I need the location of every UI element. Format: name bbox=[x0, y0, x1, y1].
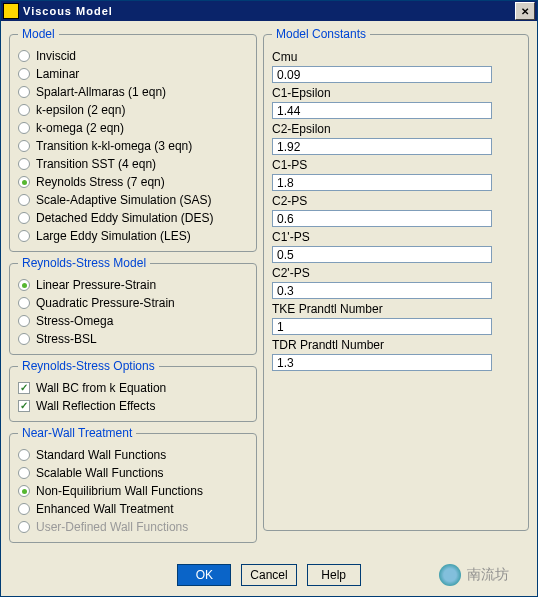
radio-icon bbox=[18, 50, 30, 62]
nwt-option-label: Scalable Wall Functions bbox=[36, 466, 164, 480]
radio-icon bbox=[18, 230, 30, 242]
radio-icon bbox=[18, 467, 30, 479]
model-option-label: Laminar bbox=[36, 67, 79, 81]
nwt-group: Near-Wall Treatment Standard Wall Functi… bbox=[9, 426, 257, 543]
radio-icon bbox=[18, 521, 30, 533]
model-option-4[interactable]: k-omega (2 eqn) bbox=[18, 119, 250, 137]
radio-icon bbox=[18, 333, 30, 345]
model-option-label: Transition k-kl-omega (3 eqn) bbox=[36, 139, 192, 153]
model-option-label: Reynolds Stress (7 eqn) bbox=[36, 175, 165, 189]
model-option-3[interactable]: k-epsilon (2 eqn) bbox=[18, 101, 250, 119]
model-group: Model InviscidLaminarSpalart-Allmaras (1… bbox=[9, 27, 257, 252]
nwt-option-0[interactable]: Standard Wall Functions bbox=[18, 446, 250, 464]
const-label-7: TKE Prandtl Number bbox=[272, 302, 522, 316]
model-option-7[interactable]: Reynolds Stress (7 eqn) bbox=[18, 173, 250, 191]
titlebar: Viscous Model ✕ bbox=[1, 1, 537, 21]
close-button[interactable]: ✕ bbox=[515, 2, 535, 20]
radio-icon bbox=[18, 158, 30, 170]
radio-icon bbox=[18, 297, 30, 309]
const-label-0: Cmu bbox=[272, 50, 522, 64]
rso-option-1[interactable]: Wall Reflection Effects bbox=[18, 397, 250, 415]
constants-group: Model Constants CmuC1-EpsilonC2-EpsilonC… bbox=[263, 27, 529, 531]
model-option-label: Spalart-Allmaras (1 eqn) bbox=[36, 85, 166, 99]
content-area: Model InviscidLaminarSpalart-Allmaras (1… bbox=[1, 21, 537, 545]
ok-button[interactable]: OK bbox=[177, 564, 231, 586]
rsm-option-3[interactable]: Stress-BSL bbox=[18, 330, 250, 348]
const-label-5: C1'-PS bbox=[272, 230, 522, 244]
left-column: Model InviscidLaminarSpalart-Allmaras (1… bbox=[9, 27, 257, 543]
model-option-label: Scale-Adaptive Simulation (SAS) bbox=[36, 193, 211, 207]
radio-icon bbox=[18, 503, 30, 515]
checkbox-icon bbox=[18, 382, 30, 394]
const-input-5[interactable] bbox=[272, 246, 492, 263]
cancel-button[interactable]: Cancel bbox=[241, 564, 296, 586]
rsm-option-2[interactable]: Stress-Omega bbox=[18, 312, 250, 330]
radio-icon bbox=[18, 194, 30, 206]
nwt-option-label: User-Defined Wall Functions bbox=[36, 520, 188, 534]
constants-legend: Model Constants bbox=[272, 27, 370, 41]
model-option-label: Transition SST (4 eqn) bbox=[36, 157, 156, 171]
const-label-2: C2-Epsilon bbox=[272, 122, 522, 136]
model-option-9[interactable]: Detached Eddy Simulation (DES) bbox=[18, 209, 250, 227]
rso-legend: Reynolds-Stress Options bbox=[18, 359, 159, 373]
rso-group: Reynolds-Stress Options Wall BC from k E… bbox=[9, 359, 257, 422]
nwt-option-label: Enhanced Wall Treatment bbox=[36, 502, 174, 516]
help-button[interactable]: Help bbox=[307, 564, 361, 586]
nwt-option-3[interactable]: Enhanced Wall Treatment bbox=[18, 500, 250, 518]
const-label-8: TDR Prandtl Number bbox=[272, 338, 522, 352]
model-option-6[interactable]: Transition SST (4 eqn) bbox=[18, 155, 250, 173]
model-option-10[interactable]: Large Eddy Simulation (LES) bbox=[18, 227, 250, 245]
nwt-option-2[interactable]: Non-Equilibrium Wall Functions bbox=[18, 482, 250, 500]
nwt-option-label: Standard Wall Functions bbox=[36, 448, 166, 462]
model-option-label: k-omega (2 eqn) bbox=[36, 121, 124, 135]
radio-icon bbox=[18, 212, 30, 224]
const-input-4[interactable] bbox=[272, 210, 492, 227]
const-label-4: C2-PS bbox=[272, 194, 522, 208]
app-icon bbox=[3, 3, 19, 19]
const-input-7[interactable] bbox=[272, 318, 492, 335]
rsm-legend: Reynolds-Stress Model bbox=[18, 256, 150, 270]
const-label-1: C1-Epsilon bbox=[272, 86, 522, 100]
model-legend: Model bbox=[18, 27, 59, 41]
radio-icon bbox=[18, 485, 30, 497]
radio-icon bbox=[18, 315, 30, 327]
const-input-3[interactable] bbox=[272, 174, 492, 191]
rsm-option-label: Quadratic Pressure-Strain bbox=[36, 296, 175, 310]
rsm-option-label: Stress-BSL bbox=[36, 332, 97, 346]
radio-icon bbox=[18, 140, 30, 152]
rso-option-label: Wall BC from k Equation bbox=[36, 381, 166, 395]
radio-icon bbox=[18, 86, 30, 98]
radio-icon bbox=[18, 449, 30, 461]
window-title: Viscous Model bbox=[23, 5, 515, 17]
nwt-option-1[interactable]: Scalable Wall Functions bbox=[18, 464, 250, 482]
rso-option-label: Wall Reflection Effects bbox=[36, 399, 155, 413]
const-input-6[interactable] bbox=[272, 282, 492, 299]
checkbox-icon bbox=[18, 400, 30, 412]
rsm-option-0[interactable]: Linear Pressure-Strain bbox=[18, 276, 250, 294]
rsm-option-label: Linear Pressure-Strain bbox=[36, 278, 156, 292]
radio-icon bbox=[18, 279, 30, 291]
const-input-2[interactable] bbox=[272, 138, 492, 155]
model-option-1[interactable]: Laminar bbox=[18, 65, 250, 83]
model-option-label: Detached Eddy Simulation (DES) bbox=[36, 211, 213, 225]
const-input-0[interactable] bbox=[272, 66, 492, 83]
model-option-2[interactable]: Spalart-Allmaras (1 eqn) bbox=[18, 83, 250, 101]
button-bar: OK Cancel Help bbox=[1, 564, 537, 586]
const-label-3: C1-PS bbox=[272, 158, 522, 172]
rso-option-0[interactable]: Wall BC from k Equation bbox=[18, 379, 250, 397]
model-option-8[interactable]: Scale-Adaptive Simulation (SAS) bbox=[18, 191, 250, 209]
nwt-option-label: Non-Equilibrium Wall Functions bbox=[36, 484, 203, 498]
model-option-5[interactable]: Transition k-kl-omega (3 eqn) bbox=[18, 137, 250, 155]
radio-icon bbox=[18, 68, 30, 80]
model-option-0[interactable]: Inviscid bbox=[18, 47, 250, 65]
rsm-option-label: Stress-Omega bbox=[36, 314, 113, 328]
nwt-legend: Near-Wall Treatment bbox=[18, 426, 136, 440]
const-input-1[interactable] bbox=[272, 102, 492, 119]
radio-icon bbox=[18, 104, 30, 116]
viscous-model-dialog: Viscous Model ✕ Model InviscidLaminarSpa… bbox=[0, 0, 538, 597]
const-input-8[interactable] bbox=[272, 354, 492, 371]
radio-icon bbox=[18, 122, 30, 134]
model-option-label: Large Eddy Simulation (LES) bbox=[36, 229, 191, 243]
rsm-option-1[interactable]: Quadratic Pressure-Strain bbox=[18, 294, 250, 312]
const-label-6: C2'-PS bbox=[272, 266, 522, 280]
